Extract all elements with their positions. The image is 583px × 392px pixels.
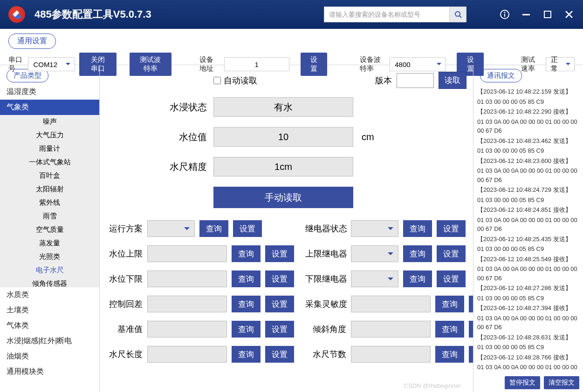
set-button[interactable]: 设置 [469,321,473,338]
param-input[interactable] [147,321,227,338]
category-item[interactable]: 水浸|烟感|红外|断电 [0,333,99,349]
center-panel: 自动读取 版本 读取 水浸状态 有水 水位值 10 cm水尺精度 1cm 手动读… [100,65,473,392]
config-bar: 通用设置 串口号 COM12 关闭串口 测试波特率 设备地址 设置 设备波特率 … [0,29,583,65]
version-input[interactable] [397,73,434,88]
log-line: 01 03 00 00 00 05 85 C9 [477,244,579,254]
search-input[interactable] [324,7,450,22]
param-input[interactable] [147,296,227,312]
subcategory-item[interactable]: 噪声 [0,115,99,128]
svg-line-1 [460,16,461,18]
param-label: 运行方案 [106,223,147,234]
version-label: 版本 [375,75,392,86]
param-input[interactable] [351,296,431,312]
log-body[interactable]: 【2023-06-12 10:48:22.159 发送】01 03 00 00 … [473,84,583,374]
set-button[interactable]: 设置 [469,346,473,363]
set-button[interactable]: 设置 [437,245,466,262]
svg-rect-4 [504,14,505,17]
close-button[interactable] [563,9,575,20]
query-button[interactable]: 查询 [435,321,464,338]
subcategory-item[interactable]: 百叶盒 [0,169,99,182]
category-item[interactable]: 水质类 [0,287,99,303]
app-title: 485参数配置工具V5.0.7.3 [34,7,151,21]
comm-log-header: 通讯报文 [480,69,522,82]
param-select[interactable] [351,245,398,262]
log-line: 01 03 0A 00 0A 00 00 00 01 00 00 00 00 6… [477,264,579,283]
reading-label: 水位值 [106,131,213,143]
query-button[interactable]: 查询 [403,245,432,262]
param-label: 水尺节数 [305,349,351,360]
query-button[interactable]: 查询 [435,296,464,312]
log-line: 【2023-06-12 10:48:28.766 接收】 [477,353,579,362]
subcategory-item[interactable]: 大气压力 [0,128,99,142]
maximize-button[interactable] [542,9,553,20]
clear-log-button[interactable]: 清空报文 [544,376,579,389]
tab-general-settings[interactable]: 通用设置 [8,34,56,49]
query-button[interactable]: 查询 [232,245,261,262]
param-input[interactable] [351,321,431,338]
set-button[interactable]: 设置 [437,270,466,287]
param-input[interactable] [147,346,227,363]
subcategory-item[interactable]: 雨量计 [0,142,99,155]
search-button[interactable] [450,7,466,22]
subcategory-item[interactable]: 太阳辐射 [0,182,99,196]
subcategory-item[interactable]: 雨雪 [0,210,99,223]
port-select[interactable]: COM12 [28,57,75,71]
param-input[interactable] [351,346,431,363]
log-line: 【2023-06-12 10:48:24.851 接收】 [477,205,579,215]
query-button[interactable]: 查询 [435,346,464,363]
minimize-button[interactable] [521,9,532,20]
set-button[interactable]: 设置 [469,296,473,312]
set-button[interactable]: 设置 [265,245,294,262]
info-icon[interactable] [499,9,510,20]
read-button[interactable]: 读取 [439,72,466,89]
manual-read-button[interactable]: 手动读取 [213,187,353,208]
set-button[interactable]: 设置 [437,220,466,237]
log-line: 【2023-06-12 10:48:23.600 接收】 [477,156,579,166]
category-item[interactable]: 土壤类 [0,303,99,318]
category-item[interactable]: 油烟类 [0,349,99,364]
param-input[interactable] [147,270,227,287]
param-select[interactable] [351,220,398,237]
category-item[interactable]: 温湿度类 [0,84,99,100]
category-item[interactable]: 气体类 [0,318,99,333]
param-select[interactable] [147,220,195,237]
log-line: 【2023-06-12 10:48:27.394 接收】 [477,304,579,313]
query-button[interactable]: 查询 [232,296,261,312]
log-line: 01 03 00 00 00 05 85 C9 [477,343,579,352]
query-button[interactable]: 查询 [403,270,432,287]
set-button[interactable]: 设置 [265,296,294,312]
param-label: 基准值 [106,324,147,335]
subcategory-item[interactable]: 电子水尺 [0,264,99,277]
set-button[interactable]: 设置 [265,270,294,287]
query-button[interactable]: 查询 [199,220,228,237]
param-label: 采集灵敏度 [305,298,351,310]
subcategory-item[interactable]: 紫外线 [0,196,99,210]
query-button[interactable]: 查询 [403,220,432,237]
subcategory-item[interactable]: 蒸发量 [0,237,99,250]
query-button[interactable]: 查询 [232,321,261,338]
pause-log-button[interactable]: 暂停报文 [505,376,540,389]
param-select[interactable] [351,270,398,287]
subcategory-item[interactable]: 一体式气象站 [0,155,99,169]
reading-value: 10 [213,127,353,147]
category-item[interactable]: 气象类 [0,100,99,115]
subcategory-item[interactable]: 空气质量 [0,223,99,237]
query-button[interactable]: 查询 [232,270,261,287]
query-button[interactable]: 查询 [232,346,261,363]
subcategory-item[interactable]: 光照类 [0,250,99,264]
set-button[interactable]: 设置 [265,346,294,363]
category-item[interactable]: 通用模块类 [0,364,99,379]
set-button[interactable]: 设置 [265,321,294,338]
param-input[interactable] [147,245,227,262]
auto-read-checkbox[interactable]: 自动读取 [213,75,257,86]
param-label: 继电器状态 [305,223,351,234]
test-speed-select[interactable]: 正常 [546,57,575,71]
log-line: 01 03 00 00 00 05 85 C9 [477,146,579,155]
product-type-panel: 产品类型 温湿度类气象类噪声大气压力雨量计一体式气象站百叶盒太阳辐射紫外线雨雪空… [0,65,100,392]
log-line: 01 03 00 00 00 05 85 C9 [477,196,579,205]
subcategory-item[interactable]: 倾角传感器 [0,277,99,287]
param-label: 水位下限 [106,273,147,284]
log-line: 【2023-06-12 10:48:24.729 发送】 [477,185,579,195]
param-label: 水尺长度 [106,349,147,360]
set-button[interactable]: 设置 [233,220,262,237]
